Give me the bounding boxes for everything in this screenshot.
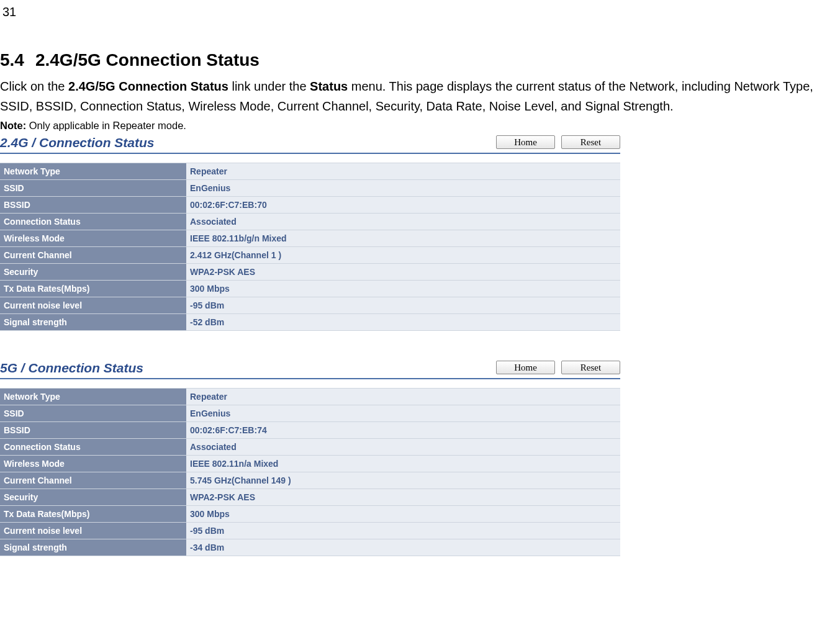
page-number: 31 <box>0 0 840 19</box>
table-row: Tx Data Rates(Mbps)300 Mbps <box>0 281 620 297</box>
reset-button[interactable]: Reset <box>561 135 620 149</box>
button-group: Home Reset <box>496 361 620 376</box>
row-val: EnGenius <box>186 405 620 422</box>
row-val: -95 dBm <box>186 523 620 539</box>
row-key: Wireless Mode <box>0 456 186 472</box>
row-val: EnGenius <box>186 180 620 197</box>
row-val: Associated <box>186 439 620 456</box>
note-line: Note: Only applicable in Repeater mode. <box>0 120 840 132</box>
home-button[interactable]: Home <box>496 135 555 149</box>
row-key: Current noise level <box>0 297 186 314</box>
row-val: 2.412 GHz(Channel 1 ) <box>186 247 620 264</box>
row-val: 00:02:6F:C7:EB:74 <box>186 422 620 439</box>
table-row: Signal strength-52 dBm <box>0 314 620 331</box>
row-val: IEEE 802.11b/g/n Mixed <box>186 230 620 247</box>
row-key: Tx Data Rates(Mbps) <box>0 281 186 297</box>
panel-rule <box>0 153 620 154</box>
row-val: IEEE 802.11n/a Mixed <box>186 456 620 472</box>
row-key: SSID <box>0 180 186 197</box>
row-key: Wireless Mode <box>0 230 186 247</box>
row-val: 300 Mbps <box>186 506 620 523</box>
panel-title: 2.4G / Connection Status <box>0 135 496 150</box>
panel-header: 5G / Connection Status Home Reset <box>0 361 620 378</box>
section-title: 2.4G/5G Connection Status <box>35 50 260 70</box>
intro-bold-2: Status <box>310 79 348 93</box>
row-val: 5.745 GHz(Channel 149 ) <box>186 472 620 489</box>
row-key: Network Type <box>0 163 186 180</box>
reset-button[interactable]: Reset <box>561 361 620 374</box>
row-key: BSSID <box>0 422 186 439</box>
panel-title: 5G / Connection Status <box>0 361 496 376</box>
button-group: Home Reset <box>496 135 620 150</box>
panel-header: 2.4G / Connection Status Home Reset <box>0 135 620 153</box>
section-number: 5.4 <box>0 50 24 70</box>
note-text: Only applicable in Repeater mode. <box>26 120 186 131</box>
table-row: SSIDEnGenius <box>0 405 620 422</box>
table-row: Connection StatusAssociated <box>0 439 620 456</box>
section-heading: 5.42.4G/5G Connection Status <box>0 50 840 70</box>
row-key: Tx Data Rates(Mbps) <box>0 506 186 523</box>
intro-paragraph: Click on the 2.4G/5G Connection Status l… <box>0 76 840 116</box>
table-row: Current noise level-95 dBm <box>0 523 620 539</box>
panel-2-4g: 2.4G / Connection Status Home Reset Netw… <box>0 135 620 331</box>
row-val: -95 dBm <box>186 297 620 314</box>
intro-mid: link under the <box>228 79 310 93</box>
panel-rule <box>0 378 620 379</box>
table-row: Network TypeRepeater <box>0 163 620 180</box>
table-row: Network TypeRepeater <box>0 389 620 405</box>
intro-pre: Click on the <box>0 79 68 93</box>
row-val: -52 dBm <box>186 314 620 331</box>
row-val: 00:02:6F:C7:EB:70 <box>186 197 620 214</box>
row-key: Security <box>0 264 186 281</box>
row-key: BSSID <box>0 197 186 214</box>
table-row: Connection StatusAssociated <box>0 214 620 230</box>
row-val: -34 dBm <box>186 539 620 556</box>
table-row: Current Channel5.745 GHz(Channel 149 ) <box>0 472 620 489</box>
row-val: Repeater <box>186 389 620 405</box>
table-row: BSSID00:02:6F:C7:EB:70 <box>0 197 620 214</box>
row-val: WPA2-PSK AES <box>186 264 620 281</box>
page-content: 5.42.4G/5G Connection Status Click on th… <box>0 19 840 556</box>
row-key: Security <box>0 489 186 506</box>
row-val: Associated <box>186 214 620 230</box>
row-key: Current Channel <box>0 247 186 264</box>
status-table-2-4g: Network TypeRepeater SSIDEnGenius BSSID0… <box>0 163 620 331</box>
row-key: Network Type <box>0 389 186 405</box>
row-key: SSID <box>0 405 186 422</box>
panel-gap <box>0 331 840 358</box>
row-key: Connection Status <box>0 214 186 230</box>
row-key: Connection Status <box>0 439 186 456</box>
status-table-5g: Network TypeRepeater SSIDEnGenius BSSID0… <box>0 388 620 556</box>
table-row: Wireless ModeIEEE 802.11b/g/n Mixed <box>0 230 620 247</box>
table-row: SSIDEnGenius <box>0 180 620 197</box>
table-row: BSSID00:02:6F:C7:EB:74 <box>0 422 620 439</box>
row-key: Current noise level <box>0 523 186 539</box>
row-val: Repeater <box>186 163 620 180</box>
table-row: SecurityWPA2-PSK AES <box>0 489 620 506</box>
table-row: Signal strength-34 dBm <box>0 539 620 556</box>
table-row: Wireless ModeIEEE 802.11n/a Mixed <box>0 456 620 472</box>
table-row: Current Channel2.412 GHz(Channel 1 ) <box>0 247 620 264</box>
note-label: Note: <box>0 120 26 131</box>
row-val: 300 Mbps <box>186 281 620 297</box>
row-key: Signal strength <box>0 314 186 331</box>
panel-5g: 5G / Connection Status Home Reset Networ… <box>0 361 620 556</box>
row-key: Current Channel <box>0 472 186 489</box>
table-row: Current noise level-95 dBm <box>0 297 620 314</box>
home-button[interactable]: Home <box>496 361 555 374</box>
table-row: SecurityWPA2-PSK AES <box>0 264 620 281</box>
table-row: Tx Data Rates(Mbps)300 Mbps <box>0 506 620 523</box>
row-val: WPA2-PSK AES <box>186 489 620 506</box>
intro-bold-1: 2.4G/5G Connection Status <box>68 79 228 93</box>
row-key: Signal strength <box>0 539 186 556</box>
